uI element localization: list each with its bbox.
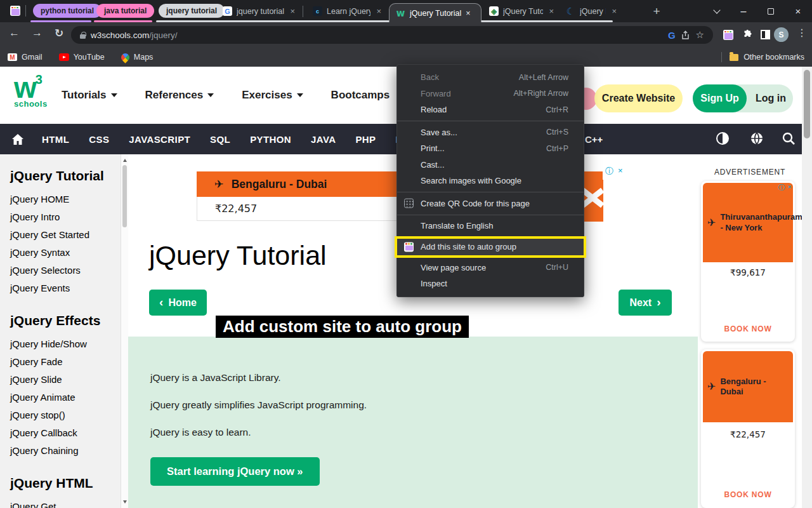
tab-jquery-tutorial-gfg[interactable]: ◈ jQuery Tutorial ×: [484, 0, 559, 22]
tab-group-java-tutorial[interactable]: java tutorial: [96, 4, 154, 18]
auto-group-extension-icon[interactable]: [723, 30, 733, 40]
sidebar-item-jquery-slide[interactable]: jQuery Slide: [10, 370, 121, 388]
ad-info-icon[interactable]: ⓘ: [605, 166, 613, 177]
overflow-menu-icon[interactable]: ⋮: [797, 27, 807, 39]
nav-tutorials[interactable]: Tutorials: [62, 89, 117, 102]
menu-item-view-page-source[interactable]: View page source Ctrl+U: [397, 260, 584, 276]
topnav-sql[interactable]: SQL: [210, 134, 230, 145]
sidebar-item-jquery-callback[interactable]: jQuery Callback: [10, 424, 121, 441]
topnav-html[interactable]: HTML: [42, 134, 69, 145]
nav-references[interactable]: References: [145, 89, 214, 102]
ad-info-icon[interactable]: ⓘ: [778, 183, 785, 192]
sidebar-scrollbar-thumb[interactable]: [122, 165, 127, 227]
bookmark-star-icon[interactable]: ☆: [696, 29, 704, 41]
create-website-button[interactable]: Create Website: [594, 84, 683, 112]
scroll-down-icon[interactable]: [123, 500, 127, 504]
sidebar-item-jquery-stop[interactable]: jQuery stop(): [10, 406, 121, 424]
sidebar-item-jquery-events[interactable]: jQuery Events: [10, 279, 121, 297]
sidebar-heading-jquery-html: jQuery HTML: [10, 476, 121, 491]
start-learning-button[interactable]: Start learning jQuery now »: [150, 457, 320, 486]
menu-item-save-as[interactable]: Save as... Ctrl+S: [397, 124, 584, 141]
menu-item-inspect[interactable]: Inspect: [397, 276, 584, 292]
sidebar-item-jquery-get[interactable]: jQuery Get: [10, 497, 121, 508]
topnav-php[interactable]: PHP: [355, 134, 376, 145]
back-icon[interactable]: ←: [9, 27, 20, 39]
tab-jquery-learning[interactable]: ☾ jQuery Learning ×: [561, 0, 622, 22]
extensions-puzzle-icon[interactable]: [742, 29, 753, 40]
tab-close-icon[interactable]: ×: [376, 6, 381, 16]
bookmark-gmail[interactable]: M Gmail: [8, 53, 43, 62]
address-bar[interactable]: w3schools.com/jquery/ G ☆: [71, 26, 713, 44]
tab-close-icon[interactable]: ×: [612, 6, 617, 16]
book-now-button[interactable]: BOOK NOW: [701, 324, 795, 333]
highlight-box: Add this site to auto group: [395, 236, 586, 258]
menu-item-translate[interactable]: Translate to English: [397, 218, 584, 234]
topnav-css[interactable]: CSS: [89, 134, 109, 145]
ad-card-thiruvananthapuram-newyork[interactable]: ✈ Thiruvananthapuram - New York ⓘ × ₹99,…: [701, 181, 795, 342]
menu-item-forward: Forward Alt+Right Arrow: [397, 86, 584, 102]
next-button[interactable]: Next ›: [619, 290, 672, 316]
tab-close-icon[interactable]: ×: [290, 6, 295, 16]
home-button[interactable]: ‹ Home: [149, 290, 207, 316]
topnav-cpp[interactable]: C++: [585, 134, 603, 145]
sidebar-item-jquery-intro[interactable]: jQuery Intro: [10, 208, 121, 225]
book-now-button[interactable]: BOOK NOW: [701, 490, 795, 499]
window-close-button[interactable]: ×: [787, 0, 809, 22]
topnav-python[interactable]: PYTHON: [250, 134, 291, 145]
bookmark-maps[interactable]: Maps: [121, 53, 154, 62]
nav-exercises[interactable]: Exercises: [242, 89, 303, 102]
ad-close-icon[interactable]: ×: [618, 166, 623, 177]
w3schools-logo[interactable]: w3 schools: [14, 73, 48, 108]
home-icon[interactable]: [11, 133, 24, 145]
sidebar-item-jquery-syntax[interactable]: jQuery Syntax: [10, 243, 121, 261]
tab-group-jquery-tutorial[interactable]: jquery tutorial: [159, 4, 225, 18]
sidebar-item-jquery-animate[interactable]: jQuery Animate: [10, 388, 121, 406]
sidebar-item-jquery-hide-show[interactable]: jQuery Hide/Show: [10, 335, 121, 352]
search-icon[interactable]: [782, 131, 796, 145]
bookmark-youtube[interactable]: YouTube: [59, 53, 105, 62]
tab-jquery-tutorial-search[interactable]: G jquery tutorial - ×: [218, 0, 300, 22]
window-minimize-button[interactable]: –: [733, 0, 754, 22]
menu-item-print[interactable]: Print... Ctrl+P: [397, 140, 584, 157]
profile-avatar[interactable]: S: [774, 27, 789, 42]
log-in-button[interactable]: Log in: [756, 93, 786, 104]
share-icon[interactable]: [681, 30, 691, 40]
sidebar-item-jquery-fade[interactable]: jQuery Fade: [10, 352, 121, 370]
ad-close-icon[interactable]: ×: [788, 183, 792, 192]
window-restore-button[interactable]: [760, 0, 782, 22]
sidebar-item-jquery-chaining[interactable]: jQuery Chaining: [10, 441, 121, 459]
advertisement-label: ADVERTISEMENT: [698, 168, 802, 177]
google-g-icon[interactable]: G: [668, 30, 676, 41]
tab-close-icon[interactable]: ×: [466, 9, 470, 18]
topnav-javascript[interactable]: JAVASCRIPT: [129, 134, 190, 145]
dark-mode-contrast-icon[interactable]: [716, 131, 730, 145]
sidebar-scrollbar[interactable]: [121, 154, 128, 508]
forward-icon[interactable]: →: [32, 27, 43, 39]
window-menu-chevron-icon[interactable]: [706, 0, 728, 22]
nav-bootcamps[interactable]: Bootcamps: [331, 89, 390, 102]
menu-item-create-qr-code[interactable]: Create QR Code for this page: [397, 196, 584, 212]
reload-icon[interactable]: ↻: [55, 27, 63, 39]
sign-up-button[interactable]: Sign Up: [693, 84, 747, 112]
page-scrollbar[interactable]: [802, 67, 812, 508]
menu-item-cast[interactable]: Cast...: [397, 157, 584, 173]
sidebar-item-jquery-home[interactable]: jQuery HOME: [10, 190, 121, 208]
menu-item-add-site-to-auto-group[interactable]: Add this site to auto group: [397, 239, 584, 255]
sidebar-item-jquery-get-started[interactable]: jQuery Get Started: [10, 225, 121, 243]
topnav-java[interactable]: JAVA: [311, 134, 336, 145]
page-scrollbar-thumb[interactable]: [804, 70, 810, 138]
reading-mode-icon[interactable]: [761, 30, 770, 39]
globe-translate-icon[interactable]: [750, 131, 764, 145]
menu-item-reload[interactable]: Reload Ctrl+R: [397, 102, 584, 118]
new-tab-button[interactable]: +: [646, 0, 667, 22]
tab-close-icon[interactable]: ×: [549, 6, 554, 16]
menu-item-search-images[interactable]: Search images with Google: [397, 173, 584, 189]
ad-card-bengaluru-dubai[interactable]: ✈ Bengaluru - Dubai ₹22,457 BOOK NOW: [701, 349, 795, 508]
tab-group-python-tutorial[interactable]: python tutorial: [33, 4, 102, 18]
scroll-up-icon[interactable]: [123, 159, 127, 162]
tab-learn-jquery[interactable]: c Learn jQuery | C ×: [308, 0, 386, 22]
other-bookmarks[interactable]: Other bookmarks: [743, 53, 804, 62]
tab-divider: [303, 6, 303, 17]
sidebar-item-jquery-selectors[interactable]: jQuery Selectors: [10, 261, 121, 279]
tab-jquery-tutorial-active[interactable]: w jQuery Tutorial ×: [389, 3, 481, 22]
